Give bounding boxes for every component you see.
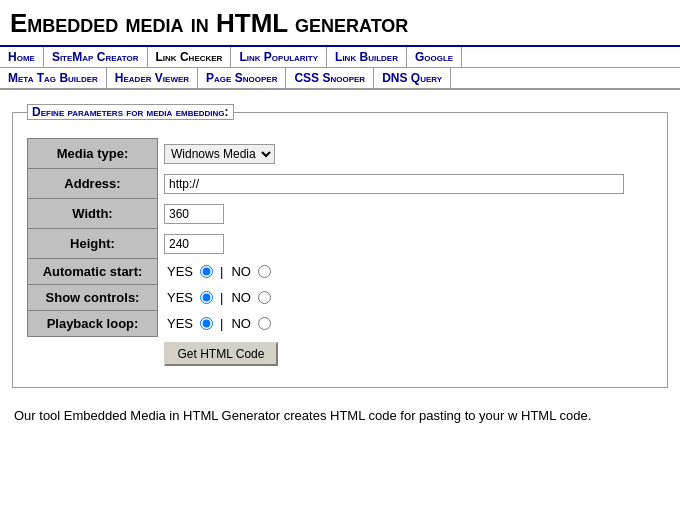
playbackloop-value-cell: YES | NO: [158, 311, 653, 337]
playbackloop-row: Playback loop: YES | NO: [28, 311, 653, 337]
autostart-no-radio[interactable]: [258, 265, 271, 278]
nav-home[interactable]: Home: [0, 47, 44, 67]
nav-csssnooper[interactable]: CSS Snooper: [286, 68, 374, 88]
showcontrols-no-label: NO: [231, 290, 251, 305]
height-row: Height:: [28, 229, 653, 259]
height-input[interactable]: [164, 234, 224, 254]
showcontrols-value-cell: YES | NO: [158, 285, 653, 311]
playbackloop-yes-label: YES: [167, 316, 193, 331]
nav-row2: Meta Tag Builder Header Viewer Page Snoo…: [0, 68, 680, 90]
form-table: Media type: Widnows Media Flash QuickTim…: [27, 138, 653, 371]
playbackloop-yes-radio[interactable]: [200, 317, 213, 330]
main-content: Define parameters for media embedding: M…: [0, 90, 680, 443]
autostart-yes-radio[interactable]: [200, 265, 213, 278]
nav-headerviewer[interactable]: Header Viewer: [107, 68, 198, 88]
autostart-value-cell: YES | NO: [158, 259, 653, 285]
playbackloop-label: Playback loop:: [28, 311, 158, 337]
autostart-yes-label: YES: [167, 264, 193, 279]
fieldset-legend: Define parameters for media embedding:: [27, 104, 234, 120]
showcontrols-label: Show controls:: [28, 285, 158, 311]
nav-linkpopularity[interactable]: Link Popularity: [231, 47, 327, 67]
autostart-sep: |: [220, 264, 223, 279]
autostart-row: Automatic start: YES | NO: [28, 259, 653, 285]
nav-dnsquery[interactable]: DNS Query: [374, 68, 451, 88]
nav-linkchecker[interactable]: Link Checker: [148, 47, 232, 67]
description-text: Our tool Embedded Media in HTML Generato…: [12, 402, 668, 430]
nav-pagesnooper[interactable]: Page Snooper: [198, 68, 286, 88]
width-value-cell: [158, 199, 653, 229]
height-label: Height:: [28, 229, 158, 259]
showcontrols-radiogroup: YES | NO: [164, 290, 646, 305]
autostart-no-label: NO: [231, 264, 251, 279]
width-label: Width:: [28, 199, 158, 229]
page-title: Embedded media in HTML generator: [0, 0, 680, 47]
showcontrols-yes-radio[interactable]: [200, 291, 213, 304]
showcontrols-sep: |: [220, 290, 223, 305]
showcontrols-row: Show controls: YES | NO: [28, 285, 653, 311]
param-fieldset: Define parameters for media embedding: M…: [12, 104, 668, 388]
mediatype-row: Media type: Widnows Media Flash QuickTim…: [28, 139, 653, 169]
submit-row: Get HTML Code: [28, 337, 653, 371]
playbackloop-sep: |: [220, 316, 223, 331]
height-value-cell: [158, 229, 653, 259]
width-input[interactable]: [164, 204, 224, 224]
address-value-cell: [158, 169, 653, 199]
showcontrols-yes-label: YES: [167, 290, 193, 305]
address-input[interactable]: [164, 174, 624, 194]
submit-empty-label: [28, 337, 158, 371]
mediatype-value-cell: Widnows Media Flash QuickTime Real Media…: [158, 139, 653, 169]
autostart-label: Automatic start:: [28, 259, 158, 285]
playbackloop-no-radio[interactable]: [258, 317, 271, 330]
address-label: Address:: [28, 169, 158, 199]
nav-row1: Home SiteMap Creator Link Checker Link P…: [0, 47, 680, 68]
submit-button[interactable]: Get HTML Code: [164, 342, 279, 366]
nav-metatag[interactable]: Meta Tag Builder: [0, 68, 107, 88]
autostart-radiogroup: YES | NO: [164, 264, 646, 279]
showcontrols-no-radio[interactable]: [258, 291, 271, 304]
nav-sitemap[interactable]: SiteMap Creator: [44, 47, 148, 67]
width-row: Width:: [28, 199, 653, 229]
nav-google[interactable]: Google: [407, 47, 462, 67]
submit-value-cell: Get HTML Code: [158, 337, 653, 371]
playbackloop-no-label: NO: [231, 316, 251, 331]
mediatype-select[interactable]: Widnows Media Flash QuickTime Real Media…: [164, 144, 275, 164]
nav-linkbuilder[interactable]: Link Builder: [327, 47, 407, 67]
playbackloop-radiogroup: YES | NO: [164, 316, 647, 331]
mediatype-label: Media type:: [28, 139, 158, 169]
address-row: Address:: [28, 169, 653, 199]
